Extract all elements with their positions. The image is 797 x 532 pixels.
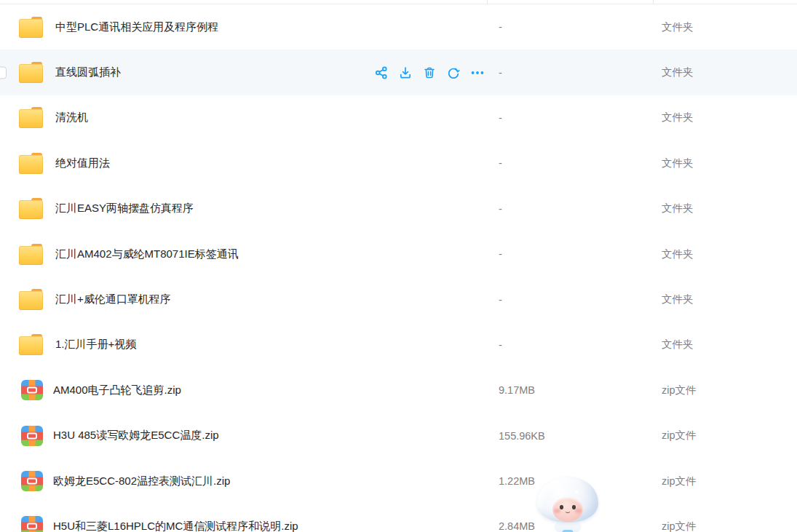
folder-icon xyxy=(19,62,43,83)
file-size: - xyxy=(487,157,654,169)
table-row[interactable]: 绝对值用法 - 文件夹 xyxy=(0,140,797,186)
zip-archive-icon xyxy=(21,516,43,532)
name-cell: 绝对值用法 xyxy=(0,153,487,174)
file-size: - xyxy=(487,203,654,215)
more-icon[interactable] xyxy=(470,65,485,80)
table-row[interactable]: H5U和三菱L16HPLC的MC通信测试程序和说明.zip 2.84MB zip… xyxy=(0,504,797,532)
zip-archive-icon xyxy=(21,380,43,400)
file-size: 155.96KB xyxy=(487,430,654,442)
assistant-mascot[interactable] xyxy=(537,477,598,532)
file-name[interactable]: 汇川EASY两轴摆盘仿真程序 xyxy=(55,202,194,215)
mascot-hood-highlight xyxy=(559,492,563,495)
file-size: - xyxy=(487,339,654,351)
column-separator xyxy=(487,0,488,4)
name-cell: AM400电子凸轮飞追剪.zip xyxy=(0,380,487,400)
file-list-screen: 中型PLC通讯相关应用及程序例程 - 文件夹 直线圆弧插补 - 文件夹 xyxy=(0,0,797,532)
file-size: - xyxy=(487,67,654,79)
file-name[interactable]: 绝对值用法 xyxy=(55,156,110,170)
name-cell: 汇川EASY两轴摆盘仿真程序 xyxy=(0,198,487,219)
file-size: - xyxy=(487,248,654,260)
file-name[interactable]: 中型PLC通讯相关应用及程序例程 xyxy=(55,20,218,34)
row-checkbox[interactable] xyxy=(0,66,7,79)
sync-icon[interactable] xyxy=(446,65,461,80)
file-name[interactable]: 直线圆弧插补 xyxy=(55,65,121,79)
row-actions xyxy=(374,65,485,80)
folder-icon xyxy=(19,334,43,355)
table-row[interactable]: 欧姆龙E5CC-802温控表测试汇川.zip 1.22MB zip文件 xyxy=(0,458,797,504)
file-type: zip文件 xyxy=(654,520,797,532)
folder-icon xyxy=(19,198,43,219)
name-cell: 欧姆龙E5CC-802温控表测试汇川.zip xyxy=(0,471,487,491)
zip-archive-icon xyxy=(21,471,43,491)
file-name[interactable]: 汇川AM402与威纶MT8071IE标签通讯 xyxy=(55,247,239,261)
name-cell: 清洗机 xyxy=(0,107,487,128)
folder-icon xyxy=(19,17,43,38)
name-cell: H5U和三菱L16HPLC的MC通信测试程序和说明.zip xyxy=(0,516,487,532)
file-size: - xyxy=(487,294,654,306)
column-separator xyxy=(653,0,654,4)
name-cell: 汇川AM402与威纶MT8071IE标签通讯 xyxy=(0,244,487,265)
file-name[interactable]: 清洗机 xyxy=(55,111,88,124)
file-type: 文件夹 xyxy=(654,247,797,261)
folder-icon xyxy=(19,289,43,310)
name-cell: 中型PLC通讯相关应用及程序例程 xyxy=(0,17,487,38)
name-cell: 1.汇川手册+视频 xyxy=(0,334,487,355)
mascot-eye xyxy=(572,505,576,509)
file-type: 文件夹 xyxy=(654,111,797,124)
file-name[interactable]: 1.汇川手册+视频 xyxy=(55,338,136,352)
file-table: 中型PLC通讯相关应用及程序例程 - 文件夹 直线圆弧插补 - 文件夹 xyxy=(0,4,797,532)
table-row[interactable]: 中型PLC通讯相关应用及程序例程 - 文件夹 xyxy=(0,4,797,49)
folder-icon xyxy=(19,153,43,174)
folder-icon xyxy=(19,244,43,265)
file-type: 文件夹 xyxy=(654,202,797,215)
file-size: 9.17MB xyxy=(487,384,654,396)
file-type: 文件夹 xyxy=(654,156,797,170)
file-name[interactable]: AM400电子凸轮飞追剪.zip xyxy=(53,384,181,397)
file-name[interactable]: 欧姆龙E5CC-802温控表测试汇川.zip xyxy=(53,475,230,488)
name-cell: H3U 485读写欧姆龙E5CC温度.zip xyxy=(0,426,487,446)
table-row[interactable]: AM400电子凸轮飞追剪.zip 9.17MB zip文件 xyxy=(0,368,797,413)
file-name[interactable]: H5U和三菱L16HPLC的MC通信测试程序和说明.zip xyxy=(53,520,298,532)
mascot-smile xyxy=(565,509,571,513)
delete-icon[interactable] xyxy=(422,65,437,80)
table-row[interactable]: 清洗机 - 文件夹 xyxy=(0,95,797,140)
table-row[interactable]: 汇川AM402与威纶MT8071IE标签通讯 - 文件夹 xyxy=(0,231,797,277)
file-type: zip文件 xyxy=(654,429,797,442)
file-name[interactable]: 汇川+威伦通口罩机程序 xyxy=(55,293,171,306)
file-type: 文件夹 xyxy=(654,20,797,34)
table-row[interactable]: 直线圆弧插补 - 文件夹 xyxy=(0,49,797,95)
table-row[interactable]: 汇川EASY两轴摆盘仿真程序 - 文件夹 xyxy=(0,186,797,231)
mascot-face xyxy=(552,497,583,522)
folder-icon xyxy=(19,107,43,128)
file-type: 文件夹 xyxy=(654,65,797,79)
name-cell: 汇川+威伦通口罩机程序 xyxy=(0,289,487,310)
mascot-cheek xyxy=(575,509,582,513)
file-type: zip文件 xyxy=(654,384,797,397)
table-row[interactable]: 1.汇川手册+视频 - 文件夹 xyxy=(0,322,797,368)
table-row[interactable]: 汇川+威伦通口罩机程序 - 文件夹 xyxy=(0,277,797,322)
mascot-hood-highlight xyxy=(575,491,579,493)
file-type: zip文件 xyxy=(654,475,797,488)
file-type: 文件夹 xyxy=(654,338,797,352)
file-size: - xyxy=(487,21,654,33)
table-row[interactable]: H3U 485读写欧姆龙E5CC温度.zip 155.96KB zip文件 xyxy=(0,413,797,458)
file-name[interactable]: H3U 485读写欧姆龙E5CC温度.zip xyxy=(53,429,219,442)
download-icon[interactable] xyxy=(398,65,413,80)
share-icon[interactable] xyxy=(374,65,389,80)
file-type: 文件夹 xyxy=(654,293,797,306)
file-size: - xyxy=(487,112,654,124)
mascot-eye xyxy=(560,505,563,509)
mascot-cheek xyxy=(554,509,560,513)
zip-archive-icon xyxy=(21,426,43,446)
